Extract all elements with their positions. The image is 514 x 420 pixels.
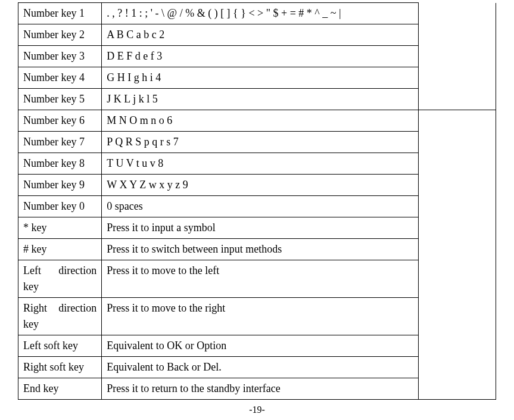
desc-cell: W X Y Z w x y z 9 [102,175,418,196]
key-cell: Left direction key [18,260,102,298]
key-cell: Number key 7 [18,132,102,153]
key-cell: # key [18,239,102,260]
key-cell: Right soft key [18,357,102,378]
desc-cell: Press it to move to the left [102,260,418,298]
desc-cell: J K L j k l 5 [102,89,418,110]
key-cell: Number key 4 [18,67,102,89]
desc-cell: D E F d e f 3 [102,46,418,67]
side-cell-top [418,3,496,110]
key-cell: * key [18,217,102,239]
desc-cell: Press it to switch between input methods [102,239,418,260]
desc-cell: Press it to input a symbol [102,217,418,239]
desc-cell: P Q R S p q r s 7 [102,132,418,153]
key-cell: Left soft key [18,335,102,357]
desc-cell: T U V t u v 8 [102,153,418,175]
key-cell: Number key 8 [18,153,102,175]
key-mapping-table: Number key 1 . , ? ! 1 : ; ' - \ @ / % &… [18,2,496,400]
desc-cell: A B C a b c 2 [102,24,418,46]
key-cell: Number key 5 [18,89,102,110]
desc-cell: G H I g h i 4 [102,67,418,89]
desc-cell: . , ? ! 1 : ; ' - \ @ / % & ( ) [ ] { } … [102,3,418,24]
key-cell: Number key 3 [18,46,102,67]
key-cell: Number key 0 [18,196,102,217]
desc-cell: Press it to move to the right [102,298,418,335]
desc-cell: Equivalent to OK or Option [102,335,418,357]
key-cell: End key [18,378,102,400]
side-cell-bottom [418,110,496,400]
desc-cell: Equivalent to Back or Del. [102,357,418,378]
table-row: Number key 6 M N O m n o 6 [18,110,496,132]
key-cell: Number key 6 [18,110,102,132]
desc-cell: M N O m n o 6 [102,110,418,132]
key-cell: Number key 2 [18,24,102,46]
page-number: -19- [18,405,496,415]
key-mapping-table-wrapper: Number key 1 . , ? ! 1 : ; ' - \ @ / % &… [18,2,496,400]
key-cell: Number key 9 [18,175,102,196]
desc-cell: Press it to return to the standby interf… [102,378,418,400]
key-cell: Right direction key [18,298,102,335]
key-cell: Number key 1 [18,3,102,24]
desc-cell: 0 spaces [102,196,418,217]
table-row: Number key 1 . , ? ! 1 : ; ' - \ @ / % &… [18,3,496,24]
